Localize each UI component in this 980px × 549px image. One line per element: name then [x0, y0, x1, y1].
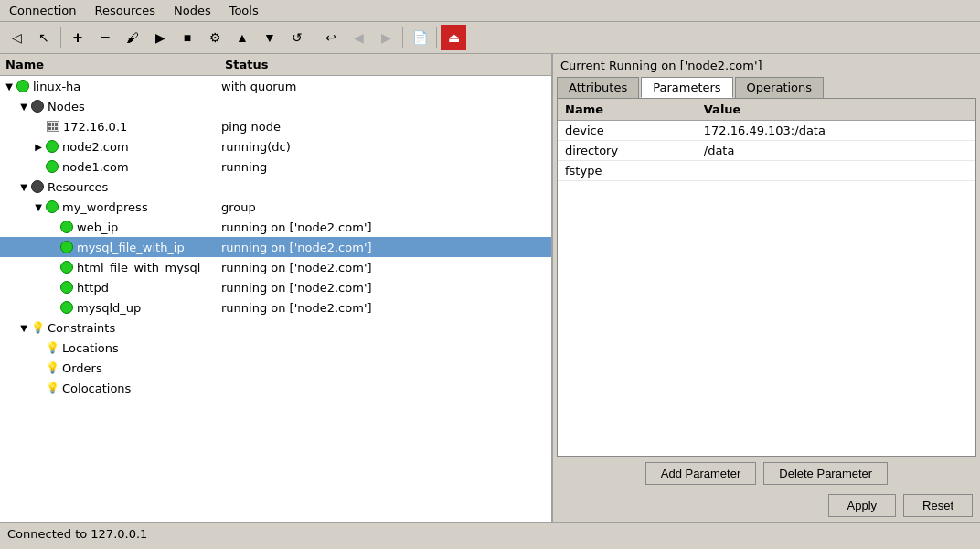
status-web-ip: running on ['node2.com']	[219, 221, 551, 234]
menu-resources[interactable]: Resources	[90, 2, 161, 19]
label-mysql-file: mysql_file_with_ip	[77, 241, 185, 254]
tabs-bar: Attributes Parameters Operations	[553, 77, 980, 98]
tree-row-html-file[interactable]: html_file_with_mysql running on ['node2.…	[0, 257, 551, 277]
tree-row-node1[interactable]: node1.com running	[0, 156, 551, 177]
apply-button[interactable]: Apply	[828, 494, 897, 517]
icon-linux-ha	[16, 80, 29, 92]
detail-content: Name Value device 172.16.49.103:/data di…	[557, 98, 976, 457]
tree-row-ip[interactable]: 172.16.0.1 ping node	[0, 116, 551, 136]
tree-header: Name Status	[0, 54, 551, 76]
delete-parameter-button[interactable]: Delete Parameter	[763, 462, 888, 485]
prev-icon[interactable]: ◀	[346, 25, 371, 50]
toolbar-separator-4	[436, 27, 437, 48]
tree-row-locations[interactable]: 💡 Locations	[0, 338, 551, 358]
param-row-fstype[interactable]: fstype	[558, 161, 975, 181]
brush-icon[interactable]: 🖌	[120, 25, 145, 50]
param-row-directory[interactable]: directory /data	[558, 141, 975, 161]
expand-resources[interactable]: ▼	[18, 181, 29, 192]
label-resources: Resources	[48, 180, 108, 194]
status-node1: running	[219, 160, 551, 174]
tree-row-web-ip[interactable]: web_ip running on ['node2.com']	[0, 217, 551, 237]
tab-parameters[interactable]: Parameters	[641, 77, 732, 98]
status-node2: running(dc)	[219, 140, 551, 154]
icon-web-ip	[60, 221, 73, 233]
tree-row-my-wordpress[interactable]: ▼ my_wordpress group	[0, 197, 551, 217]
status-linux-ha: with quorum	[219, 80, 551, 93]
menu-nodes[interactable]: Nodes	[168, 2, 217, 19]
toolbar-separator-3	[402, 27, 403, 48]
tab-operations[interactable]: Operations	[735, 77, 824, 98]
cursor-icon[interactable]: ↖	[31, 25, 57, 50]
menu-connection[interactable]: Connection	[4, 2, 82, 19]
detail-buttons: Add Parameter Delete Parameter	[553, 457, 980, 490]
tree-row-mysql-file[interactable]: mysql_file_with_ip running on ['node2.co…	[0, 237, 551, 257]
undo-icon[interactable]: ↩	[318, 25, 344, 50]
reset-button[interactable]: Reset	[903, 494, 973, 517]
param-name-device: device	[558, 121, 697, 141]
down-icon[interactable]: ▼	[257, 25, 282, 50]
stop-icon[interactable]: ■	[175, 25, 200, 50]
label-node1: node1.com	[62, 160, 129, 174]
icon-constraints: 💡	[31, 321, 44, 334]
expand-my-wordpress[interactable]: ▼	[33, 201, 44, 212]
refresh-icon[interactable]: ↺	[284, 25, 310, 50]
status-mysql-file: running on ['node2.com']	[219, 241, 551, 254]
tree-row-constraints[interactable]: ▼ 💡 Constraints	[0, 318, 551, 338]
param-name-directory: directory	[558, 141, 697, 161]
icon-locations: 💡	[46, 341, 59, 354]
icon-mysqld-up	[60, 301, 73, 314]
param-value-directory: /data	[697, 141, 975, 161]
label-colocations: Colocations	[62, 382, 131, 395]
tree-row-resources[interactable]: ▼ Resources	[0, 177, 551, 197]
expand-linux-ha[interactable]: ▼	[4, 81, 15, 92]
label-html-file: html_file_with_mysql	[77, 261, 200, 274]
icon-html-file	[60, 261, 73, 274]
add-icon[interactable]: +	[65, 25, 91, 50]
label-ip: 172.16.0.1	[63, 120, 127, 134]
statusbar: Connected to 127.0.0.1	[0, 522, 980, 544]
status-ip: ping node	[219, 120, 551, 134]
tree-panel: Name Status ▼ linux-ha with quorum ▼ Nod…	[0, 54, 553, 522]
label-mysqld-up: mysqld_up	[77, 301, 141, 315]
params-table: Name Value device 172.16.49.103:/data di…	[558, 99, 975, 181]
icon-node1	[46, 160, 59, 173]
doc-icon[interactable]: 📄	[407, 25, 432, 50]
icon-my-wordpress	[46, 200, 59, 213]
col-header-name: Name	[558, 99, 697, 121]
icon-node2	[46, 140, 59, 153]
label-locations: Locations	[62, 341, 119, 355]
tree-row-node2[interactable]: ▶ node2.com running(dc)	[0, 136, 551, 156]
play-icon[interactable]: ▶	[147, 25, 173, 50]
label-my-wordpress: my_wordpress	[62, 200, 148, 214]
tree-content: ▼ linux-ha with quorum ▼ Nodes	[0, 76, 551, 522]
expand-node2[interactable]: ▶	[33, 141, 44, 152]
add-parameter-button[interactable]: Add Parameter	[645, 462, 756, 485]
exit-icon[interactable]: ⏏	[441, 25, 466, 50]
toolbar-separator-2	[314, 27, 314, 48]
settings-icon[interactable]: ⚙	[202, 25, 228, 50]
tree-row-mysqld-up[interactable]: mysqld_up running on ['node2.com']	[0, 297, 551, 318]
apply-row: Apply Reset	[553, 490, 980, 522]
statusbar-text: Connected to 127.0.0.1	[7, 527, 147, 541]
menu-tools[interactable]: Tools	[224, 2, 264, 19]
param-row-device[interactable]: device 172.16.49.103:/data	[558, 121, 975, 141]
icon-nodes	[31, 100, 44, 113]
tree-row-httpd[interactable]: httpd running on ['node2.com']	[0, 277, 551, 297]
next-icon[interactable]: ▶	[373, 25, 399, 50]
icon-ip-node	[46, 120, 60, 133]
tree-row-linux-ha[interactable]: ▼ linux-ha with quorum	[0, 76, 551, 96]
expand-constraints[interactable]: ▼	[18, 322, 29, 333]
tree-row-colocations[interactable]: 💡 Colocations	[0, 378, 551, 398]
tree-row-orders[interactable]: 💡 Orders	[0, 358, 551, 378]
label-nodes: Nodes	[48, 100, 85, 113]
icon-orders: 💡	[46, 361, 59, 374]
up-icon[interactable]: ▲	[229, 25, 255, 50]
arrow-left-icon[interactable]: ◁	[4, 25, 29, 50]
remove-icon[interactable]: −	[92, 25, 118, 50]
tab-attributes[interactable]: Attributes	[557, 77, 639, 98]
tree-row-nodes[interactable]: ▼ Nodes	[0, 96, 551, 116]
expand-nodes[interactable]: ▼	[18, 101, 29, 112]
detail-panel: Current Running on ['node2.com'] Attribu…	[553, 54, 980, 522]
status-my-wordpress: group	[219, 200, 551, 214]
label-linux-ha: linux-ha	[33, 80, 80, 93]
